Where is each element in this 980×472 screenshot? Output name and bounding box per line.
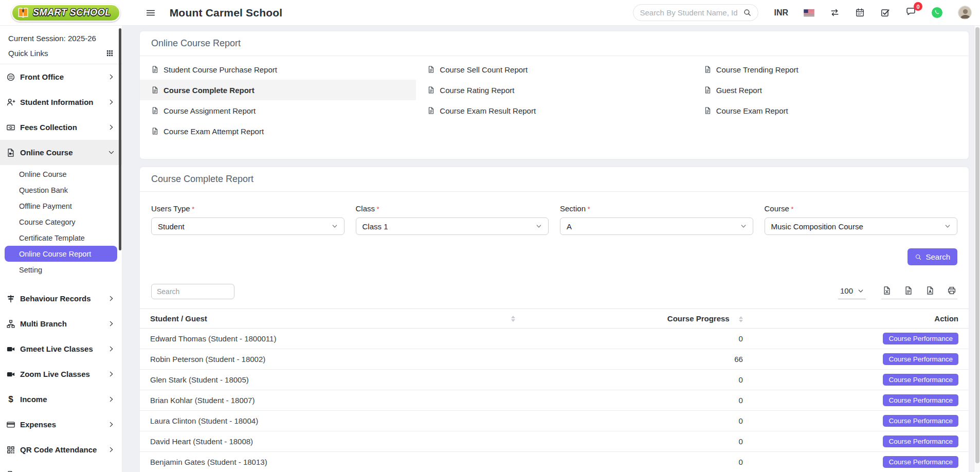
sidebar-item-label: Multi Branch (20, 319, 67, 328)
course-performance-button[interactable]: Course Performance (883, 435, 958, 447)
sidebar-scrollbar-thumb[interactable] (119, 28, 121, 250)
sidebar-item-student-information[interactable]: Student Information (0, 89, 122, 115)
search-button[interactable]: Search (908, 248, 957, 265)
sidebar-item-behaviour-records[interactable]: Behaviour Records (0, 286, 122, 311)
report-link-course-complete[interactable]: Course Complete Report (140, 80, 416, 100)
course-performance-button[interactable]: Course Performance (883, 415, 958, 427)
sidebar-item-qr-code-attendance[interactable]: QR Code Attendance (0, 437, 122, 462)
document-icon (704, 106, 712, 115)
column-header-progress[interactable]: Course Progress (521, 309, 753, 329)
users-type-select[interactable]: Student (151, 217, 344, 235)
document-icon (427, 86, 435, 94)
report-link-label: Course Exam Report (716, 106, 788, 115)
sidebar-item-gmeet-live-classes[interactable]: Gmeet Live Classes (0, 336, 122, 361)
sidebar-item-front-office[interactable]: Front Office (0, 64, 122, 89)
sidebar-item-expenses[interactable]: Expenses (0, 412, 122, 437)
sidebar-item-certificate-template[interactable]: Certificate Template (0, 230, 122, 246)
switch-icon[interactable] (830, 8, 840, 17)
report-link-course-exam-result[interactable]: Course Exam Result Report (416, 100, 692, 121)
messages-button[interactable]: 0 (905, 6, 916, 19)
sidebar-item-label: Expenses (20, 420, 56, 429)
page-size-select[interactable]: 100 (838, 286, 866, 299)
global-search[interactable] (633, 4, 758, 21)
table-filter-input[interactable] (151, 284, 234, 299)
report-link-course-assignment[interactable]: Course Assignment Report (140, 100, 416, 121)
course-performance-button[interactable]: Course Performance (883, 353, 958, 365)
column-header-student[interactable]: Student / Guest (140, 309, 521, 329)
search-button-label: Search (925, 252, 950, 261)
users-type-field: Users Type* Student (151, 204, 344, 235)
class-value: Class 1 (362, 222, 388, 231)
course-performance-button[interactable]: Course Performance (883, 374, 958, 386)
page-scrollbar[interactable] (974, 26, 980, 472)
quick-links[interactable]: Quick Links (0, 45, 122, 64)
section-field: Section* A (560, 204, 753, 235)
sidebar-item-label: Gmeet Live Classes (20, 344, 93, 353)
section-value: A (567, 222, 572, 231)
course-performance-button[interactable]: Course Performance (883, 333, 958, 344)
report-link-label: Course Assignment Report (164, 106, 256, 115)
page-scrollbar-thumb[interactable] (975, 27, 979, 463)
sidebar-item-label: Front Office (20, 72, 64, 81)
sidebar-item-income[interactable]: $ Income (0, 387, 122, 412)
export-csv-icon[interactable] (904, 286, 913, 295)
chevron-down-icon (740, 223, 747, 229)
course-progress-table: Student / Guest Course Progress Action (140, 308, 969, 472)
sidebar-item-zoom-live-classes[interactable]: Zoom Live Classes (0, 361, 122, 387)
export-pdf-icon[interactable] (925, 286, 935, 295)
course-select[interactable]: Music Composition Course (765, 217, 958, 235)
column-header-label: Action (934, 314, 958, 323)
global-search-input[interactable] (640, 8, 740, 17)
print-icon[interactable] (947, 286, 956, 295)
export-excel-icon[interactable] (882, 286, 892, 295)
course-performance-button[interactable]: Course Performance (883, 394, 958, 406)
report-link-guest[interactable]: Guest Report (693, 80, 969, 100)
student-name: Benjamin Gates (Student - 18013) (140, 452, 521, 472)
sidebar-item-offline-payment[interactable]: Offline Payment (0, 198, 122, 214)
app-logo[interactable]: SMART SCHOOL (11, 4, 120, 22)
calendar-icon[interactable] (855, 8, 865, 17)
sidebar-item-course-category[interactable]: Course Category (0, 214, 122, 230)
menu-toggle-icon[interactable] (145, 7, 156, 19)
user-avatar[interactable] (958, 6, 972, 20)
required-mark: * (192, 205, 194, 213)
column-header-label: Student / Guest (150, 314, 207, 323)
report-link-student-course-purchase[interactable]: Student Course Purchase Report (140, 59, 416, 80)
search-icon[interactable] (743, 8, 752, 17)
section-select[interactable]: A (560, 217, 753, 235)
course-value: Music Composition Course (771, 222, 863, 231)
language-flag-icon[interactable] (804, 9, 814, 16)
course-progress-value: 0 (521, 390, 753, 411)
report-link-course-exam-attempt[interactable]: Course Exam Attempt Report (140, 121, 416, 141)
school-name: Mount Carmel School (170, 7, 283, 19)
sidebar-item-setting[interactable]: Setting (0, 262, 122, 278)
course-performance-button[interactable]: Course Performance (883, 456, 958, 468)
sidebar-item-cbse-examination[interactable]: CBSE Examination (0, 462, 122, 472)
report-link-course-rating[interactable]: Course Rating Report (416, 80, 692, 100)
todo-icon[interactable] (880, 8, 890, 17)
whatsapp-icon[interactable] (932, 7, 942, 18)
report-link-course-exam[interactable]: Course Exam Report (693, 100, 969, 121)
sidebar-item-online-course-sub[interactable]: Online Course (0, 166, 122, 182)
sidebar-item-fees-collection[interactable]: Fees Collection (0, 115, 122, 140)
sidebar-item-label: Online Course (20, 148, 73, 157)
chevron-right-icon (108, 74, 115, 80)
document-icon (427, 65, 435, 74)
sidebar-item-online-course[interactable]: Online Course (0, 140, 122, 165)
book-logo-icon (16, 6, 30, 20)
course-progress-value: 66 (521, 349, 753, 370)
column-header-action: Action (753, 309, 969, 329)
sidebar-item-question-bank[interactable]: Question Bank (0, 182, 122, 198)
class-select[interactable]: Class 1 (356, 217, 549, 235)
sidebar-item-multi-branch[interactable]: Multi Branch (0, 311, 122, 336)
sidebar-item-online-course-report[interactable]: Online Course Report (5, 246, 117, 262)
report-link-course-trending[interactable]: Course Trending Report (693, 59, 969, 80)
chevron-right-icon (108, 99, 115, 105)
sidebar-item-label: Behaviour Records (20, 294, 91, 303)
document-icon (151, 65, 159, 74)
report-link-course-sell-count[interactable]: Course Sell Count Report (416, 59, 692, 80)
currency-label[interactable]: INR (774, 8, 788, 17)
report-link-label: Course Trending Report (716, 65, 798, 74)
chevron-down-icon (536, 223, 542, 229)
student-name: Laura Clinton (Student - 18004) (140, 411, 521, 431)
